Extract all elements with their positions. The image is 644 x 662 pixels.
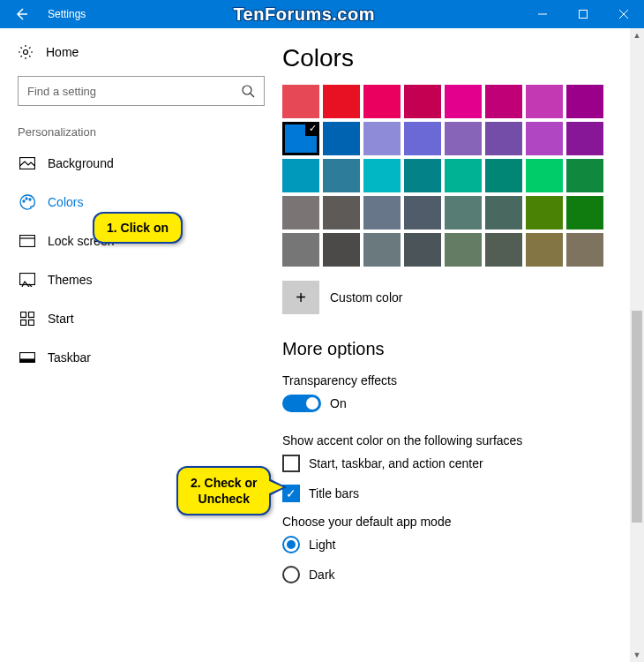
checkbox-titlebars-label: Title bars: [309, 486, 359, 500]
search-input[interactable]: Find a setting: [18, 76, 265, 106]
svg-point-5: [26, 198, 27, 199]
sidebar-item-label: Start: [48, 312, 74, 326]
window-controls: [522, 0, 644, 28]
sidebar-item-label: Background: [48, 156, 114, 170]
close-button[interactable]: [603, 0, 644, 28]
main-panel: Colors + Custom color More options Trans…: [282, 28, 644, 662]
search-placeholder: Find a setting: [27, 85, 96, 98]
window-title: Settings: [48, 8, 86, 20]
color-swatch[interactable]: [404, 85, 441, 118]
sidebar: Home Find a setting Personalization Back…: [0, 28, 282, 662]
color-swatch[interactable]: [485, 159, 522, 192]
color-swatch[interactable]: [566, 122, 603, 155]
sidebar-item-label: Taskbar: [48, 350, 91, 365]
svg-rect-9: [21, 312, 26, 318]
color-swatch[interactable]: [363, 122, 401, 155]
sidebar-item-label: Themes: [48, 273, 93, 287]
section-header: Personalization: [18, 125, 265, 139]
custom-color-button[interactable]: +: [282, 281, 319, 314]
scrollbar[interactable]: ▲ ▼: [630, 28, 644, 662]
home-label: Home: [46, 45, 79, 59]
color-swatch[interactable]: [404, 122, 441, 155]
color-swatch[interactable]: [282, 85, 319, 118]
lockscreen-icon: [19, 233, 35, 249]
color-swatch[interactable]: [363, 159, 401, 192]
themes-icon: [19, 272, 35, 288]
svg-rect-10: [29, 312, 34, 318]
color-swatch[interactable]: [363, 85, 401, 118]
color-swatch[interactable]: [526, 122, 563, 155]
color-swatch[interactable]: [323, 233, 360, 267]
watermark-text: TenForums.com: [86, 4, 522, 25]
gear-icon: [18, 44, 34, 60]
svg-rect-12: [29, 320, 34, 326]
radio-light[interactable]: [282, 536, 300, 553]
scroll-down-icon[interactable]: ▼: [630, 648, 644, 662]
close-icon: [619, 10, 628, 19]
color-swatch[interactable]: [282, 159, 319, 192]
annotation-callout-2: 2. Check or Uncheck: [176, 466, 271, 515]
color-palette: [282, 85, 635, 267]
svg-point-4: [23, 200, 25, 202]
color-swatch[interactable]: [526, 159, 563, 192]
color-swatch[interactable]: [526, 233, 563, 267]
color-swatch[interactable]: [485, 233, 522, 267]
color-swatch[interactable]: [363, 196, 401, 229]
color-swatch[interactable]: [323, 159, 360, 192]
color-swatch[interactable]: [566, 85, 603, 118]
color-swatch[interactable]: [404, 233, 441, 267]
accent-surfaces-label: Show accent color on the following surfa…: [282, 433, 635, 448]
color-swatch[interactable]: [526, 196, 563, 229]
transparency-toggle[interactable]: [282, 395, 321, 412]
color-swatch[interactable]: [445, 122, 482, 155]
color-swatch[interactable]: [485, 122, 522, 155]
back-button[interactable]: [0, 0, 42, 28]
color-swatch[interactable]: [282, 122, 319, 155]
color-swatch[interactable]: [363, 233, 401, 267]
color-swatch[interactable]: [445, 159, 482, 192]
svg-rect-8: [20, 274, 35, 285]
color-swatch[interactable]: [404, 159, 441, 192]
radio-dark-label: Dark: [309, 568, 335, 582]
color-swatch[interactable]: [445, 233, 482, 267]
arrow-left-icon: [13, 6, 29, 22]
svg-rect-11: [21, 320, 26, 326]
picture-icon: [19, 155, 35, 171]
sidebar-item-taskbar[interactable]: Taskbar: [18, 338, 265, 377]
color-swatch[interactable]: [485, 85, 522, 118]
sidebar-item-background[interactable]: Background: [18, 144, 265, 183]
color-swatch[interactable]: [323, 196, 360, 229]
search-icon: [241, 84, 255, 98]
color-swatch[interactable]: [566, 233, 603, 267]
color-swatch[interactable]: [526, 85, 563, 118]
home-nav[interactable]: Home: [18, 44, 265, 60]
color-swatch[interactable]: [282, 233, 319, 267]
maximize-icon: [579, 10, 588, 19]
maximize-button[interactable]: [563, 0, 603, 28]
color-swatch[interactable]: [323, 85, 360, 118]
checkbox-start-taskbar[interactable]: [282, 455, 300, 472]
sidebar-item-label: Colors: [48, 195, 83, 209]
transparency-state: On: [330, 396, 347, 410]
color-swatch[interactable]: [445, 85, 482, 118]
page-title: Colors: [282, 44, 635, 72]
start-icon: [19, 311, 35, 327]
minimize-button[interactable]: [522, 0, 563, 28]
color-swatch[interactable]: [282, 196, 319, 229]
scroll-thumb[interactable]: [632, 311, 642, 523]
radio-dark[interactable]: [282, 566, 300, 583]
color-swatch[interactable]: [566, 159, 603, 192]
sidebar-item-themes[interactable]: Themes: [18, 260, 265, 299]
svg-point-6: [29, 199, 31, 200]
svg-rect-0: [580, 11, 588, 19]
color-swatch[interactable]: [485, 196, 522, 229]
sidebar-item-start[interactable]: Start: [18, 299, 265, 338]
scroll-up-icon[interactable]: ▲: [630, 28, 644, 42]
more-options-heading: More options: [282, 339, 635, 359]
color-swatch[interactable]: [323, 122, 360, 155]
color-swatch[interactable]: [404, 196, 441, 229]
color-swatch[interactable]: [566, 196, 603, 229]
minimize-icon: [538, 10, 547, 19]
custom-color-label: Custom color: [330, 290, 402, 305]
color-swatch[interactable]: [445, 196, 482, 229]
